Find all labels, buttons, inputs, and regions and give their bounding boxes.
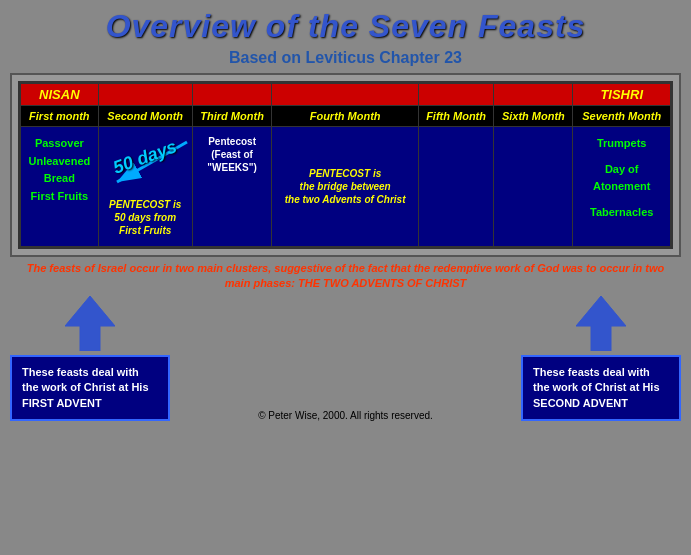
pentecost-note-title: PENTECOST is50 days fromFirst Fruits (109, 199, 181, 236)
feast-col-4: PENTECOST isthe bridge betweenthe two Ad… (272, 127, 418, 247)
page-title: Overview of the Seven Feasts (0, 0, 691, 49)
page-container: Overview of the Seven Feasts Based on Le… (0, 0, 691, 555)
month-row: First month Second Month Third Month Fou… (21, 106, 671, 127)
empty-header-4 (272, 84, 418, 106)
month-6: Sixth Month (494, 106, 573, 127)
content-row: Passover UnleavenedBread First Fruits (21, 127, 671, 247)
feast-col-7: Trumpets Day ofAtonement Tabernacles (573, 127, 671, 247)
first-advent-box: These feasts deal with the work of Chris… (10, 355, 170, 421)
pentecost-note-col2: PENTECOST is50 days fromFirst Fruits (109, 198, 181, 237)
copyright-area: © Peter Wise, 2000. All rights reserved. (180, 408, 511, 421)
nisan-header: NISAN (21, 84, 99, 106)
feast-atonement: Day ofAtonement (575, 161, 668, 196)
pentecost-bridge-text: PENTECOST isthe bridge betweenthe two Ad… (285, 168, 406, 205)
center-text-container: The feasts of Israel occur in two main c… (10, 261, 681, 292)
empty-header-6 (494, 84, 573, 106)
feast-trumpets: Trumpets (575, 135, 668, 153)
tishri-header: TISHRI (573, 84, 671, 106)
month-1: First month (21, 106, 99, 127)
svg-marker-2 (65, 296, 115, 351)
feasts-table: NISAN TISHRI First month Second Month Th… (20, 83, 671, 247)
feast-col-5 (418, 127, 494, 247)
right-bottom-group: These feasts deal with the work of Chris… (521, 296, 681, 421)
feasts-table-container: NISAN TISHRI First month Second Month Th… (18, 81, 673, 249)
center-red-text: The feasts of Israel occur in two main c… (10, 261, 681, 292)
feast-col-6 (494, 127, 573, 247)
second-advent-text: These feasts deal with the work of Chris… (533, 366, 660, 409)
empty-header-5 (418, 84, 494, 106)
month-5: Fifth Month (418, 106, 494, 127)
month-3: Third Month (192, 106, 272, 127)
feast-col-2: 50 days PENTECOST is50 days fromFirst Fr… (98, 127, 192, 247)
right-arrow-up-svg (576, 296, 626, 351)
copyright-text: © Peter Wise, 2000. All rights reserved. (258, 410, 433, 421)
month-4: Fourth Month (272, 106, 418, 127)
left-bottom-group: These feasts deal with the work of Chris… (10, 296, 170, 421)
svg-marker-3 (576, 296, 626, 351)
feast-unleavened: UnleavenedBread (23, 153, 96, 188)
first-advent-text: These feasts deal with the work of Chris… (22, 366, 149, 409)
left-arrow-up-svg (65, 296, 115, 351)
feast-tabernacles: Tabernacles (575, 204, 668, 222)
feast-col-1: Passover UnleavenedBread First Fruits (21, 127, 99, 247)
feast-passover: Passover (23, 135, 96, 153)
month-7: Seventh Month (573, 106, 671, 127)
bottom-row: These feasts deal with the work of Chris… (10, 296, 681, 421)
feast-pentecost-title: Pentecost(Feast of"WEEKS") (207, 136, 256, 173)
header-row: NISAN TISHRI (21, 84, 671, 106)
feast-firstfruits: First Fruits (23, 188, 96, 206)
second-advent-box: These feasts deal with the work of Chris… (521, 355, 681, 421)
empty-header-3 (192, 84, 272, 106)
main-content: NISAN TISHRI First month Second Month Th… (10, 73, 681, 257)
feast-col-3: Pentecost(Feast of"WEEKS") (192, 127, 272, 247)
empty-header-2 (98, 84, 192, 106)
subtitle: Based on Leviticus Chapter 23 (0, 49, 691, 67)
month-2: Second Month (98, 106, 192, 127)
